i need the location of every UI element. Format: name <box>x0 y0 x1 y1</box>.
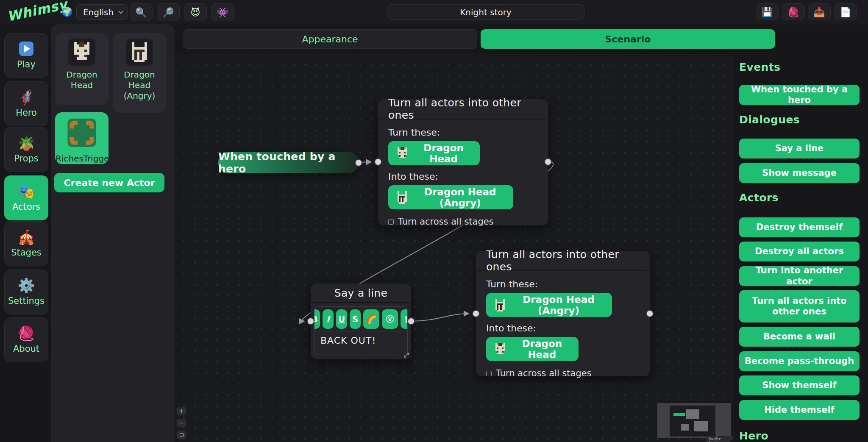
section-heading-actors: Actors <box>739 192 779 204</box>
actor-card-label: Dragon Head (Angry) <box>113 69 166 101</box>
action-destroy-all-actors[interactable]: Destroy all actors <box>739 242 860 261</box>
sidebar-item-settings[interactable]: ⚙️ Settings <box>4 270 48 314</box>
yarn-icon: 🧶 <box>787 7 799 17</box>
sidebar-item-about[interactable]: 🧶 About <box>4 317 48 362</box>
import-button[interactable]: 📥 <box>808 3 831 20</box>
node-turn-all-actors-1[interactable]: Turn all actors into other ones Turn the… <box>378 99 548 225</box>
action-hide-themself[interactable]: Hide themself <box>739 400 860 420</box>
sidebar-item-props[interactable]: 🪴 Props <box>4 127 48 172</box>
event-node-when-touched[interactable]: When touched by a hero <box>218 152 359 173</box>
action-when-touched-by-a-hero[interactable]: When touched by a hero <box>739 85 860 105</box>
node-turn-all-actors-2[interactable]: Turn all actors into other ones Turn the… <box>476 251 650 376</box>
turn-across-stages-checkbox-row[interactable]: Turn across all stages <box>388 217 538 227</box>
dialogue-text-area[interactable]: BACK OUT! <box>314 331 407 350</box>
actors-panel: Dragon Head Dragon Head (Angry) <box>51 24 175 442</box>
handle-turn1-output[interactable] <box>544 158 552 166</box>
zoom-out-control[interactable]: − <box>177 419 186 427</box>
actor-card-dragon-head[interactable]: Dragon Head <box>55 33 108 105</box>
bold-button[interactable]: B <box>314 309 320 329</box>
svelte-flow-attribution: Svelte Flow <box>706 436 734 442</box>
theater-masks-icon: 🎭 <box>17 184 35 198</box>
action-show-themself[interactable]: Show themself <box>739 375 860 395</box>
sidebar-item-stages[interactable]: 🎪 Stages <box>4 221 48 266</box>
handle-say-input[interactable] <box>307 317 314 325</box>
handle-turn2-input[interactable] <box>472 310 480 317</box>
document-button[interactable]: 📄 <box>834 3 857 20</box>
say-editor: B I U S 🌈 😵 🗑 BACK OUT! <box>314 306 408 355</box>
trigger-frame-icon <box>64 116 99 150</box>
zoom-in-button[interactable]: 🔍 <box>130 3 153 21</box>
zoom-out-button[interactable]: 🔎 <box>157 3 180 21</box>
italic-button[interactable]: I <box>323 309 334 329</box>
create-new-actor-button[interactable]: Create new Actor <box>54 173 164 192</box>
strikethrough-button[interactable]: S <box>350 309 361 329</box>
sidebar-item-hero[interactable]: 🦸 Hero <box>4 81 48 126</box>
circus-tent-icon: 🎪 <box>17 230 35 244</box>
app-logo: Whimsy <box>6 0 69 24</box>
sidebar-item-label: Actors <box>12 202 40 212</box>
crazy-face-button[interactable]: 😵 <box>382 309 398 329</box>
text-format-toolbar: B I U S 🌈 😵 🗑 <box>314 307 407 331</box>
actor-card-label: Dragon Head <box>55 69 108 91</box>
action-turn-all-actors-into-other-ones[interactable]: Turn all actors into other ones <box>739 290 860 322</box>
into-actor-name: Dragon Head (Angry) <box>415 186 506 208</box>
node-say-a-line[interactable]: Say a line B I U S 🌈 😵 🗑 BACK OUT! <box>311 284 411 359</box>
minimap-node-turn1 <box>686 409 699 419</box>
node-title: Say a line <box>311 284 411 303</box>
actor-card-dragon-head-angry[interactable]: Dragon Head (Angry) <box>113 33 166 113</box>
into-actor-select-button[interactable]: Dragon Head <box>486 337 579 361</box>
actor-card-riches-trigger[interactable]: RichesTrigger <box>55 112 108 164</box>
edge-say-to-turn2 <box>411 314 468 321</box>
sidebar-item-label: Settings <box>8 296 45 306</box>
save-button[interactable]: 💾 <box>756 3 779 20</box>
checkbox[interactable] <box>388 219 394 225</box>
turn-actor-select-button[interactable]: Dragon Head (Angry) <box>486 293 612 317</box>
trash-button[interactable]: 🗑 <box>401 309 407 329</box>
inbox-tray-icon: 📥 <box>813 7 825 17</box>
action-become-pass-through[interactable]: Become pass-through <box>739 351 860 371</box>
tab-scenario[interactable]: Scenario <box>481 29 775 49</box>
globe-icon: 🌍 <box>60 5 74 19</box>
handle-turn1-input[interactable] <box>374 158 382 166</box>
action-become-a-wall[interactable]: Become a wall <box>739 327 860 347</box>
section-heading-hero: Hero <box>739 430 768 442</box>
turn-actor-select-button[interactable]: Dragon Head <box>388 141 480 165</box>
language-select[interactable]: English <box>76 4 128 20</box>
yarn-button[interactable]: 🧶 <box>782 3 805 20</box>
story-title-input[interactable] <box>387 4 584 20</box>
underline-button[interactable]: U <box>336 309 347 329</box>
action-turn-into-another-actor[interactable]: Turn into another actor <box>739 266 860 286</box>
dragon-head-icon <box>396 145 409 161</box>
sidebar-item-play[interactable]: Play <box>4 33 48 78</box>
section-heading-dialogues: Dialogues <box>739 114 800 126</box>
into-these-label: Into these: <box>486 323 640 334</box>
into-actor-select-button[interactable]: Dragon Head (Angry) <box>388 185 513 209</box>
monster-button[interactable]: 👾 <box>211 3 234 21</box>
action-say-a-line[interactable]: Say a line <box>739 139 860 158</box>
dragon-head-icon <box>494 341 507 357</box>
sidebar-item-actors[interactable]: 🎭 Actors <box>4 175 48 220</box>
sidebar-item-label: Play <box>17 59 36 69</box>
handle-say-output[interactable] <box>407 317 415 325</box>
sidebar-item-label: Stages <box>11 247 42 258</box>
handle-turn2-output[interactable] <box>646 310 654 317</box>
minimap[interactable] <box>657 403 731 438</box>
zoom-in-control[interactable]: + <box>177 407 186 415</box>
tab-appearance[interactable]: Appearance <box>183 29 477 49</box>
devil-face-button[interactable]: 😈 <box>184 3 207 21</box>
fit-view-control[interactable] <box>177 431 186 439</box>
action-show-message[interactable]: Show message <box>739 163 860 183</box>
checkbox[interactable] <box>486 371 492 376</box>
turn-across-stages-checkbox-row[interactable]: Turn across all stages <box>486 368 640 378</box>
play-icon <box>19 42 33 56</box>
handle-event-output[interactable] <box>355 159 362 167</box>
scenario-canvas[interactable]: When touched by a hero Turn all actors i… <box>174 54 734 442</box>
into-actor-name: Dragon Head <box>513 338 571 360</box>
rainbow-button[interactable]: 🌈 <box>363 309 379 329</box>
action-destroy-themself[interactable]: Destroy themself <box>739 217 860 237</box>
underline-icon: U <box>338 314 345 324</box>
crazy-face-icon: 😵 <box>385 314 395 324</box>
sidebar-item-label: About <box>13 344 39 354</box>
resize-handle-icon[interactable] <box>403 352 410 359</box>
italic-icon: I <box>326 314 329 324</box>
